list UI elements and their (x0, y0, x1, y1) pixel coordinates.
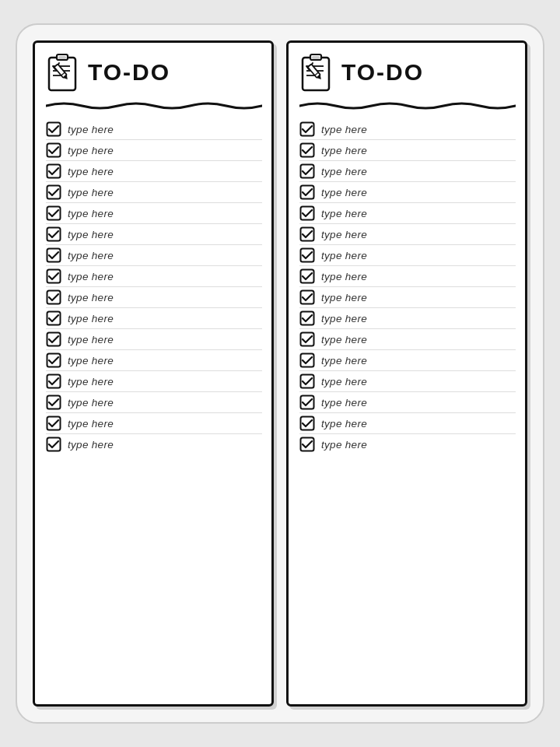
item-text: type here (321, 124, 367, 135)
clipboard-icon (46, 52, 83, 93)
todo-item[interactable]: type here (299, 371, 516, 392)
todo-item[interactable]: type here (46, 371, 262, 392)
todo-title-0: TO-DO (88, 61, 170, 84)
todo-item[interactable]: type here (299, 224, 516, 245)
checkbox-icon (299, 205, 315, 221)
item-text: type here (68, 376, 114, 388)
item-text: type here (321, 355, 367, 366)
todo-item[interactable]: type here (299, 413, 516, 434)
item-text: type here (321, 250, 367, 261)
wavy-divider-0 (46, 100, 262, 111)
checkbox-icon (299, 163, 315, 179)
svg-rect-27 (312, 56, 320, 59)
item-text: type here (68, 187, 114, 198)
checkbox-icon (46, 331, 61, 347)
item-text: type here (68, 229, 114, 240)
svg-rect-2 (58, 56, 66, 59)
item-text: type here (68, 355, 114, 366)
todo-item[interactable]: type here (46, 413, 262, 434)
checkbox-icon (46, 121, 61, 137)
checkbox-icon (299, 374, 315, 389)
checkbox-icon (46, 247, 61, 263)
todo-item[interactable]: type here (299, 140, 516, 161)
item-text: type here (321, 208, 367, 219)
item-text: type here (68, 292, 114, 303)
wavy-divider-1 (299, 100, 516, 111)
checkbox-icon (299, 395, 315, 410)
todo-item[interactable]: type here (46, 308, 262, 329)
todo-title-1: TO-DO (341, 61, 424, 84)
card-header-0: TO-DO (46, 52, 262, 93)
checkbox-icon (299, 310, 315, 326)
checkbox-icon (46, 268, 61, 284)
item-text: type here (68, 124, 114, 135)
card-right: TO-DO type here type here type here type… (286, 40, 527, 707)
item-text: type here (68, 397, 114, 409)
todo-item[interactable]: type here (46, 161, 262, 182)
todo-item[interactable]: type here (299, 266, 516, 287)
todo-item[interactable]: type here (299, 392, 516, 413)
checkbox-icon (46, 310, 61, 326)
item-text: type here (321, 292, 367, 303)
checkbox-icon (46, 416, 61, 431)
todo-item[interactable]: type here (46, 392, 262, 413)
todo-item[interactable]: type here (46, 245, 262, 266)
checkbox-icon (46, 374, 61, 389)
todo-item[interactable]: type here (46, 287, 262, 308)
item-text: type here (68, 145, 114, 156)
todo-item[interactable]: type here (46, 329, 262, 350)
todo-item[interactable]: type here (299, 329, 516, 350)
todo-list-0: type here type here type here type here … (46, 119, 262, 695)
item-text: type here (321, 229, 367, 240)
checkbox-icon (46, 352, 61, 368)
item-text: type here (68, 208, 114, 219)
checkbox-icon (299, 352, 315, 368)
cards-container: TO-DO type here type here type here type… (33, 40, 527, 707)
todo-item[interactable]: type here (299, 287, 516, 308)
checkbox-icon (46, 226, 61, 242)
item-text: type here (68, 250, 114, 261)
item-text: type here (68, 334, 114, 345)
checkbox-icon (299, 247, 315, 263)
todo-item[interactable]: type here (299, 308, 516, 329)
checkbox-icon (46, 437, 61, 452)
item-text: type here (321, 439, 367, 451)
checkbox-icon (46, 142, 61, 158)
todo-item[interactable]: type here (46, 140, 262, 161)
todo-item[interactable]: type here (46, 119, 262, 140)
todo-item[interactable]: type here (46, 182, 262, 203)
todo-item[interactable]: type here (299, 434, 516, 454)
todo-item[interactable]: type here (46, 434, 262, 454)
card-left: TO-DO type here type here type here type… (33, 40, 274, 707)
todo-item[interactable]: type here (46, 224, 262, 245)
todo-item[interactable]: type here (299, 245, 516, 266)
checkbox-icon (46, 163, 61, 179)
todo-item[interactable]: type here (299, 161, 516, 182)
todo-item[interactable]: type here (46, 203, 262, 224)
checkbox-icon (46, 184, 61, 200)
checkbox-icon (299, 437, 315, 452)
todo-item[interactable]: type here (46, 350, 262, 371)
todo-item[interactable]: type here (299, 350, 516, 371)
todo-item[interactable]: type here (46, 266, 262, 287)
item-text: type here (68, 271, 114, 282)
item-text: type here (321, 397, 367, 409)
item-text: type here (321, 145, 367, 156)
checkbox-icon (299, 331, 315, 347)
clipboard-icon (299, 52, 337, 93)
todo-item[interactable]: type here (299, 203, 516, 224)
item-text: type here (321, 376, 367, 388)
card-header-1: TO-DO (299, 52, 516, 93)
item-text: type here (321, 418, 367, 430)
checkbox-icon (299, 226, 315, 242)
checkbox-icon (299, 121, 315, 137)
checkbox-icon (299, 268, 315, 284)
item-text: type here (321, 313, 367, 324)
item-text: type here (68, 166, 114, 177)
todo-item[interactable]: type here (299, 119, 516, 140)
checkbox-icon (299, 416, 315, 431)
todo-list-1: type here type here type here type here … (299, 119, 516, 695)
checkbox-icon (299, 184, 315, 200)
todo-item[interactable]: type here (299, 182, 516, 203)
checkbox-icon (299, 142, 315, 158)
